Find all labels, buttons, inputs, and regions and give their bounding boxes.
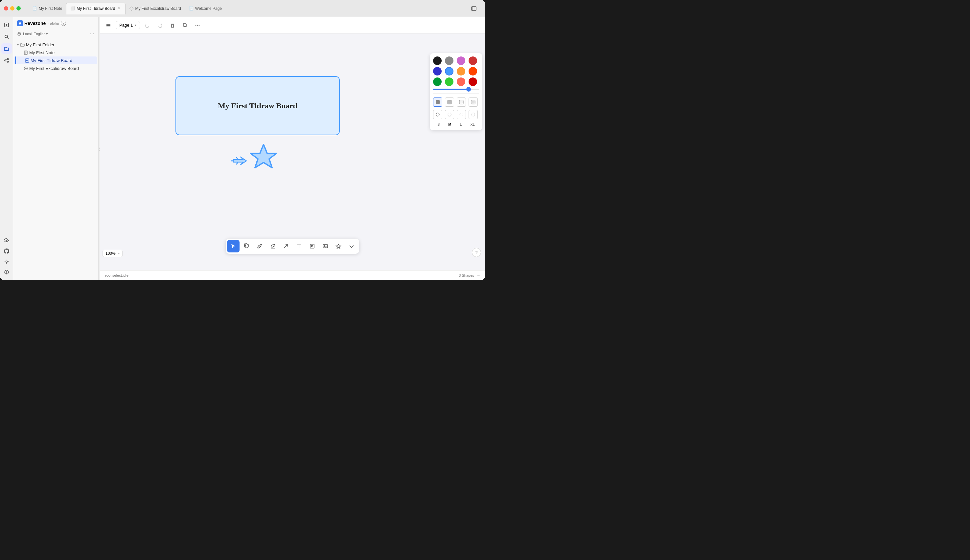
note-item-wrapper-3: My First Excalidraw Board ··· (13, 64, 98, 72)
brand-name: Revezone (24, 21, 46, 26)
undo-button[interactable] (142, 20, 152, 30)
help-button[interactable]: ? (472, 248, 481, 257)
svg-point-5 (5, 35, 8, 38)
arrow-tool-button[interactable] (279, 240, 292, 252)
color-red-orange[interactable] (468, 67, 477, 75)
text-tool-button[interactable] (293, 240, 305, 252)
files-button[interactable] (1, 43, 12, 54)
svg-point-28 (197, 25, 198, 26)
graph-button[interactable] (1, 55, 12, 66)
more-options-button[interactable] (192, 20, 202, 30)
settings-button[interactable] (1, 257, 12, 267)
panel-divider-1 (433, 93, 479, 93)
svg-rect-40 (436, 100, 440, 104)
color-black[interactable] (433, 57, 442, 65)
sidebar-item-my-first-excalidraw[interactable]: My First Excalidraw Board ··· (15, 64, 97, 72)
tab-my-first-note[interactable]: 📄 My First Note (28, 3, 66, 15)
sidebar-item-my-first-tldraw[interactable]: My First Tldraw Board ··· (15, 57, 97, 64)
zoom-button[interactable]: 100% » (102, 250, 122, 257)
size-m-button[interactable]: M (447, 122, 452, 127)
svg-point-51 (473, 103, 473, 103)
brand-logo: R (17, 20, 23, 26)
size-xl-button[interactable]: XL (469, 122, 476, 127)
color-dark-green[interactable] (433, 77, 442, 86)
size-l-button[interactable]: L (458, 122, 463, 127)
more-tools-button[interactable] (345, 240, 358, 252)
search-button[interactable] (1, 32, 12, 42)
stroke-dotted-button[interactable] (457, 110, 466, 119)
help-circle-button[interactable] (1, 267, 12, 277)
titlebar: 📄 My First Note ⬜ My First Tldraw Board … (0, 0, 485, 17)
page-selector[interactable]: Page 1 ▾ (115, 21, 140, 29)
color-green[interactable] (445, 77, 453, 86)
page-label: Page 1 (119, 23, 133, 28)
svg-rect-0 (472, 7, 476, 10)
shapes-count: 3 Shapes (459, 273, 474, 277)
color-orange[interactable] (457, 67, 465, 75)
note-tool-button[interactable] (306, 240, 318, 252)
fill-texture-button[interactable] (457, 97, 466, 107)
drawing-canvas[interactable]: My First Tldraw Board 1 (100, 33, 485, 270)
workspace-label: Local (23, 32, 32, 36)
cloud-button[interactable] (1, 235, 12, 246)
svg-point-29 (199, 25, 200, 26)
status-more-button[interactable]: ··· (477, 273, 480, 277)
close-button[interactable] (4, 6, 8, 10)
fill-dots-button[interactable] (468, 97, 478, 107)
shape-tool-button[interactable] (332, 240, 345, 252)
note-item-wrapper-1: My First Note ··· (13, 48, 98, 57)
size-s-button[interactable]: S (436, 122, 441, 127)
board-title-text: My First Tldraw Board (176, 76, 340, 135)
color-dark-blue[interactable] (433, 67, 442, 75)
duplicate-button[interactable] (180, 20, 190, 30)
image-tool-button[interactable] (319, 240, 331, 252)
stroke-style-grid (433, 110, 479, 119)
tab-my-first-excalidraw[interactable]: ◯ My First Excalidraw Board (125, 3, 185, 15)
brand-help-icon[interactable]: ? (61, 21, 66, 26)
eraser-tool-button[interactable] (266, 240, 279, 252)
color-crimson[interactable] (468, 77, 477, 86)
color-violet[interactable] (457, 57, 465, 65)
color-red[interactable] (468, 57, 477, 65)
redo-button[interactable] (155, 20, 165, 30)
stroke-dashed-button[interactable] (445, 110, 454, 119)
sidebar-toggle-button[interactable] (469, 4, 478, 13)
svg-point-53 (436, 113, 439, 116)
svg-point-27 (196, 25, 196, 26)
tab-tldraw-close[interactable]: ✕ (117, 6, 121, 11)
arrow-shape[interactable] (231, 154, 249, 169)
folder-my-first-folder[interactable]: ▾ My First Folder ··· (15, 41, 97, 48)
stroke-solid-button[interactable] (433, 110, 442, 119)
location-icon (17, 32, 21, 36)
opacity-slider[interactable] (433, 88, 479, 90)
maximize-button[interactable] (17, 6, 21, 10)
color-palette-row2 (433, 67, 479, 75)
minimize-button[interactable] (10, 6, 15, 10)
svg-point-48 (473, 102, 473, 102)
fill-solid-button[interactable] (433, 97, 442, 107)
github-button[interactable] (1, 246, 12, 257)
menu-button[interactable] (104, 21, 113, 30)
svg-point-50 (472, 103, 473, 103)
star-shape[interactable] (247, 142, 280, 176)
language-selector[interactable]: English ▾ (33, 32, 48, 36)
sidebar-more-button[interactable]: ··· (90, 31, 94, 37)
tab-my-first-tldraw[interactable]: ⬜ My First Tldraw Board ✕ (66, 3, 125, 15)
hand-tool-button[interactable] (240, 240, 253, 252)
draw-tool-button[interactable] (253, 240, 266, 252)
stroke-none-button[interactable] (468, 110, 478, 119)
select-tool-button[interactable] (227, 240, 239, 252)
new-item-button[interactable] (1, 20, 12, 30)
svg-point-9 (7, 61, 8, 62)
fill-style-grid (433, 97, 479, 107)
sidebar-content: ▾ My First Folder ··· My First Note ··· (13, 39, 98, 280)
sidebar-item-my-first-note[interactable]: My First Note ··· (15, 48, 97, 57)
color-blue[interactable] (445, 67, 453, 75)
color-salmon[interactable] (457, 77, 465, 86)
size-labels: S M L XL (433, 122, 479, 127)
color-gray[interactable] (445, 57, 453, 65)
tab-welcome-page[interactable]: 📄 Welcome Page (185, 3, 226, 15)
fill-pattern-button[interactable] (445, 97, 454, 107)
delete-button[interactable] (167, 20, 177, 30)
icon-bar (0, 17, 13, 280)
